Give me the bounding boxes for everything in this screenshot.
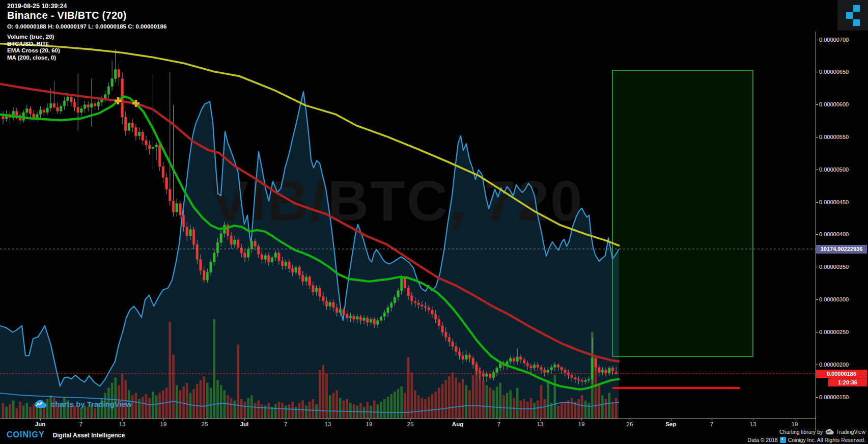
volume-bar: [200, 380, 202, 419]
candle-body: [513, 358, 515, 362]
candle-body: [359, 317, 362, 321]
volume-bar: [441, 384, 444, 419]
coinigy-wordmark[interactable]: COINIGY: [7, 430, 45, 439]
volume-bar: [237, 345, 239, 419]
candle-body: [152, 147, 154, 149]
volume-bar: [506, 393, 509, 419]
volume-bar: [526, 402, 529, 419]
candle-body: [574, 378, 577, 379]
time-axis-label: 7: [284, 421, 287, 427]
rights-reserved-text: Coinigy Inc. All Rights Reserved.: [788, 437, 865, 443]
tradingview-attribution[interactable]: charts by TradingView: [34, 400, 132, 408]
indicator-volume[interactable]: Volume (true, 20): [7, 34, 60, 41]
coinigy-mini-icon: [780, 437, 786, 443]
volume-bar: [349, 403, 352, 419]
price-tick: [816, 365, 818, 365]
candle-body: [611, 368, 614, 371]
candle-body: [258, 246, 260, 254]
volume-bar: [615, 398, 618, 419]
candle-body: [571, 375, 573, 378]
indicator-btcusd-overlay[interactable]: BTC/USD, BITF: [7, 41, 60, 48]
candle-body: [172, 201, 175, 212]
candle-body: [421, 305, 424, 307]
candle-body: [203, 270, 205, 280]
charting-library-credit: Charting library by TradingView: [779, 429, 865, 435]
candle-body: [29, 108, 32, 114]
candle-body: [452, 342, 454, 347]
volume-bar: [2, 403, 5, 419]
volume-bar: [434, 392, 437, 419]
last-price-label: 0.00000186: [816, 370, 867, 378]
volume-bar: [387, 397, 389, 419]
volume-bar: [29, 407, 32, 419]
candle-body: [380, 317, 382, 321]
candle-body: [407, 288, 410, 296]
candle-body: [309, 277, 311, 286]
volume-bar: [587, 403, 590, 419]
tradingview-cloud-icon-small: [825, 429, 834, 435]
candle-body: [448, 338, 451, 342]
volume-bar: [346, 399, 348, 419]
indicator-ema-cross[interactable]: EMA Cross (20, 60): [7, 47, 60, 54]
tradingview-brand-text[interactable]: TradingView: [836, 429, 865, 435]
candle-body: [206, 272, 209, 280]
time-axis-label: 13: [119, 421, 126, 427]
candle-body: [254, 241, 257, 246]
candle-body: [155, 145, 158, 147]
volume-bar: [452, 373, 454, 419]
volume-bar: [189, 393, 192, 419]
candle-body: [434, 314, 437, 319]
volume-bar: [577, 399, 580, 419]
candle-body: [349, 316, 352, 318]
price-tick: [816, 72, 818, 72]
volume-bar: [240, 399, 243, 419]
candle-body: [298, 267, 301, 275]
price-tick: [816, 137, 818, 137]
volume-bar: [520, 401, 522, 419]
candle-body: [60, 106, 62, 111]
volume-bar: [561, 402, 563, 419]
price-tick: [816, 40, 818, 40]
volume-bar: [335, 391, 338, 419]
price-tick: [816, 202, 818, 203]
time-axis-label: 13: [537, 421, 544, 427]
candle-body: [189, 230, 192, 236]
candle-body: [115, 70, 117, 79]
indicator-ma200[interactable]: MA (200, close, 0): [7, 54, 60, 62]
time-tick: [630, 419, 630, 421]
time-tick: [40, 419, 41, 421]
candle-body: [414, 301, 416, 303]
green-rect-annotation[interactable]: [612, 70, 753, 356]
price-tick: [816, 332, 818, 332]
candle-body: [97, 102, 100, 106]
volume-bar: [332, 393, 335, 419]
candle-body: [200, 260, 202, 271]
volume-bar: [611, 402, 614, 419]
volume-bar: [274, 404, 277, 419]
time-tick: [671, 419, 671, 421]
candle-body: [356, 317, 359, 319]
volume-bar: [499, 383, 501, 419]
candle-body: [581, 380, 583, 382]
volume-bar: [305, 406, 307, 419]
candle-body: [264, 256, 267, 260]
volume-bar: [400, 386, 403, 419]
time-tick: [244, 419, 245, 421]
candle-body: [346, 314, 348, 318]
price-tick: [816, 104, 818, 105]
candle-body: [339, 310, 342, 313]
price-chart-canvas[interactable]: VIB/BTC, 720: [0, 0, 868, 444]
candle-body: [510, 358, 512, 362]
price-axis-label: 0.00000600: [819, 101, 849, 107]
candle-body: [2, 117, 5, 119]
volume-bar: [482, 380, 485, 419]
volume-bar: [397, 389, 400, 419]
volume-bar: [533, 403, 536, 419]
candle-body: [70, 97, 73, 102]
candle-body: [192, 230, 195, 244]
volume-bar: [216, 380, 219, 419]
time-tick: [122, 419, 123, 421]
volume-bar: [584, 401, 587, 419]
candle-body: [182, 215, 185, 227]
coinigy-chart-window: VIB/BTC, 720 2019-08-25 10:39:24 Binance…: [0, 0, 868, 444]
